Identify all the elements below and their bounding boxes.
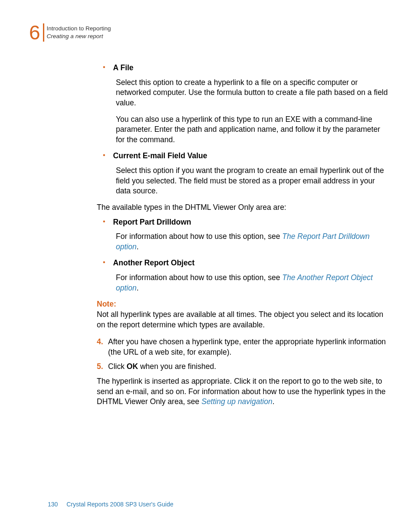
bullet-title: Report Part Drilldown [113,217,191,228]
closing-paragraph: The hyperlink is inserted as appropriate… [97,376,390,407]
step-5: 5. Click OK when you are finished. [97,362,390,372]
note-text: Not all hyperlink types are available at… [97,310,390,330]
step-number: 5. [97,362,108,372]
bullet-marker-icon: • [103,63,105,72]
text-post: when you are finished. [138,362,216,371]
header-text-block: Introduction to Reporting Creating a new… [47,25,111,40]
text-pre: Click [108,362,127,371]
step-4: 4. After you have chosen a hyperlink typ… [97,337,390,357]
bullet-paragraph: Select this option if you want the progr… [116,166,390,196]
bullet-marker-icon: • [103,217,105,226]
step-text: After you have chosen a hyperlink type, … [108,337,390,357]
text-post: . [273,397,275,406]
bullet-another-report-object: • Another Report Object For information … [103,258,390,293]
text-pre: For information about how to use this op… [116,273,282,282]
step-number: 4. [97,337,108,347]
intro-text: The available types in the DHTML Viewer … [97,202,390,213]
page-footer: 130 Crystal Reports 2008 SP3 User's Guid… [48,500,173,509]
link-setting-up-navigation[interactable]: Setting up navigation [201,397,272,406]
text-post: . [137,242,139,251]
page-header: 6 Introduction to Reporting Creating a n… [29,23,111,42]
bullet-paragraph: For information about how to use this op… [116,273,390,293]
header-section-title: Introduction to Reporting [47,25,111,33]
bullet-title: Another Report Object [113,258,195,268]
bullet-paragraph: For information about how to use this op… [116,232,390,252]
bullet-paragraph: You can also use a hyperlink of this typ… [116,114,390,145]
note-label: Note: [97,299,390,310]
bullet-paragraph: Select this option to create a hyperlink… [116,78,390,108]
bullet-title: A File [113,63,134,73]
bullet-email-field: • Current E-mail Field Value Select this… [103,151,390,196]
header-subsection-title: Creating a new report [47,33,111,40]
footer-title: Crystal Reports 2008 SP3 User's Guide [66,501,173,508]
page-content: • A File Select this option to create a … [97,63,390,407]
bullet-marker-icon: • [103,151,105,160]
text-pre: For information about how to use this op… [116,232,282,241]
page-number: 130 [48,501,58,508]
step-text: Click OK when you are finished. [108,362,390,372]
bullet-report-part-drilldown: • Report Part Drilldown For information … [103,217,390,252]
header-divider [43,23,44,42]
ok-label: OK [127,362,138,371]
text-post: . [137,284,139,292]
chapter-number: 6 [29,23,40,42]
bullet-a-file: • A File Select this option to create a … [103,63,390,145]
bullet-marker-icon: • [103,258,105,267]
bullet-title: Current E-mail Field Value [113,151,207,161]
